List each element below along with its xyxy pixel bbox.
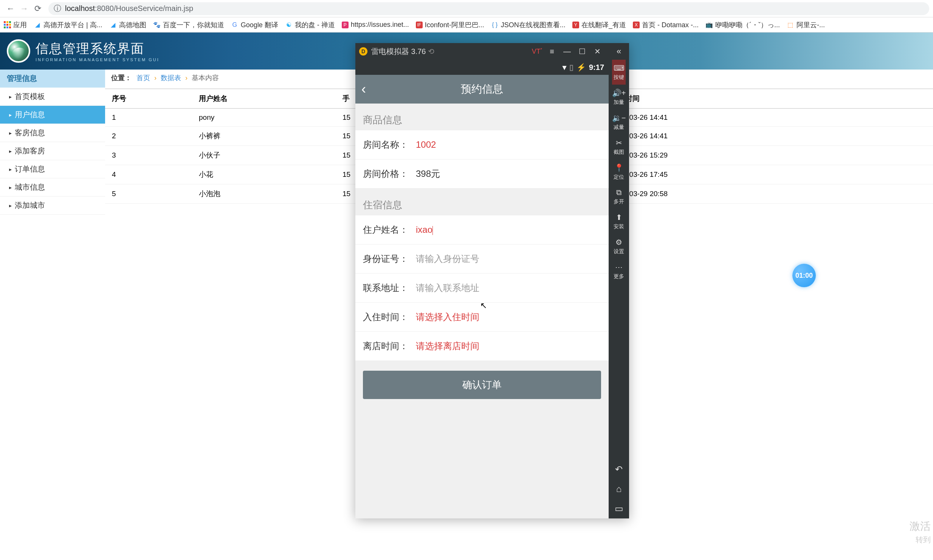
value-room-price: 398元 xyxy=(416,168,601,180)
menu-button[interactable]: ≡ xyxy=(544,47,559,56)
bookmark-item[interactable]: ◢高德开放平台 | 高... xyxy=(34,20,102,29)
app-bar: ‹ 预约信息 xyxy=(355,75,609,104)
cell-time: 2020-03-26 14:41 xyxy=(604,108,933,127)
rail-button-安装[interactable]: ⬆安装 xyxy=(612,209,626,234)
rail-button-定位[interactable]: 📍定位 xyxy=(612,159,626,184)
bookmark-icon: 🐾 xyxy=(153,21,161,29)
android-recent-button[interactable]: ▭ xyxy=(609,499,629,518)
rail-label: 安装 xyxy=(614,223,624,230)
row-address[interactable]: 联系地址： 请输入联系地址 xyxy=(355,274,609,303)
sidebar-item-order-info[interactable]: ▸订单信息 xyxy=(0,160,105,178)
bookmark-apps[interactable]: 应用 xyxy=(4,20,27,29)
bookmark-item[interactable]: Y在线翻译_有道 xyxy=(572,20,626,29)
bookmark-icon: { } xyxy=(491,21,499,29)
sidebar-item-add-room[interactable]: ▸添加客房 xyxy=(0,142,105,160)
emulator-side-rail: « ⌨按键🔊+加量🔉−减量✂截图📍定位⧉多开⬆安装⚙设置⋯更多 ↶ ⌂ ▭ xyxy=(609,43,629,518)
select-checkout[interactable]: 请选择离店时间 xyxy=(416,340,601,352)
back-icon[interactable]: ‹ xyxy=(361,81,377,97)
breadcrumb-link[interactable]: 首页 xyxy=(136,74,150,82)
label-checkin: 入住时间： xyxy=(363,311,416,323)
rail-button-减量[interactable]: 🔉−减量 xyxy=(612,110,626,135)
row-checkout[interactable]: 离店时间： 请选择离店时间 xyxy=(355,332,609,361)
watermark-sub: 转到 xyxy=(916,535,931,545)
rail-button-按键[interactable]: ⌨按键 xyxy=(612,60,626,85)
rail-label: 截图 xyxy=(614,149,624,156)
rail-icon: 📍 xyxy=(614,163,624,172)
input-id[interactable]: 请输入身份证号 xyxy=(416,253,601,265)
chevron-right-icon: ▸ xyxy=(9,112,12,118)
rail-icon: ⌨ xyxy=(614,63,625,73)
breadcrumb-label: 位置： xyxy=(111,74,132,82)
cell-name: 小花 xyxy=(192,165,336,184)
rail-collapse-button[interactable]: « xyxy=(609,43,629,60)
bookmark-item[interactable]: ⬚阿里云-... xyxy=(787,20,825,29)
reload-button[interactable]: ⟳ xyxy=(31,2,45,15)
confirm-order-button[interactable]: 确认订单 xyxy=(363,371,601,399)
bookmark-icon: ◢ xyxy=(109,21,117,29)
cell-time: 2020-03-26 15:29 xyxy=(604,146,933,165)
chevron-right-icon: ▸ xyxy=(9,130,12,136)
sidebar-item-city-info[interactable]: ▸城市信息 xyxy=(0,178,105,196)
bookmark-item[interactable]: { }JSON在线视图查看... xyxy=(491,20,566,29)
select-checkin[interactable]: 请选择入住时间 xyxy=(416,311,601,323)
booking-form: 商品信息 房间名称： 1002 房间价格： 398元 住宿信息 住户姓名： ix… xyxy=(355,104,609,518)
bookmark-item[interactable]: ◢高德地图 xyxy=(109,20,146,29)
minimize-button[interactable]: — xyxy=(559,47,575,56)
info-icon: ⓘ xyxy=(54,3,61,14)
rail-icon: ✂ xyxy=(616,138,622,147)
rail-label: 更多 xyxy=(614,273,624,280)
bookmark-item[interactable]: 🐾百度一下，你就知道 xyxy=(153,20,224,29)
forward-button[interactable]: → xyxy=(17,2,31,15)
rail-button-加量[interactable]: 🔊+加量 xyxy=(612,85,626,110)
rail-button-设置[interactable]: ⚙设置 xyxy=(612,234,626,259)
rail-icon: ⋯ xyxy=(615,263,623,272)
bookmark-icon: X xyxy=(633,22,640,28)
android-home-button[interactable]: ⌂ xyxy=(609,479,629,499)
rail-label: 加量 xyxy=(614,99,624,106)
bookmark-icon: ⬚ xyxy=(787,21,794,29)
bookmark-icon: IF xyxy=(416,22,423,28)
wifi-icon: ▾ xyxy=(563,63,566,72)
sidebar-item-room-info[interactable]: ▸客房信息 xyxy=(0,124,105,142)
sidebar-item-user-info[interactable]: ▸用户信息 xyxy=(0,106,105,124)
android-back-button[interactable]: ↶ xyxy=(609,459,629,479)
row-room-name: 房间名称： 1002 xyxy=(355,130,609,159)
breadcrumb-link[interactable]: 数据表 xyxy=(161,74,181,82)
cell-time: 2020-03-26 17:45 xyxy=(604,165,933,184)
sidebar-item-home-template[interactable]: ▸首页模板 xyxy=(0,88,105,106)
sidebar-item-add-city[interactable]: ▸添加城市 xyxy=(0,196,105,215)
cell-idx: 3 xyxy=(105,146,192,165)
row-id-number[interactable]: 身份证号： 请输入身份证号 xyxy=(355,244,609,274)
cell-idx: 1 xyxy=(105,108,192,127)
bookmark-item[interactable]: IFIconfont-阿里巴巴... xyxy=(416,20,484,29)
watermark: 激活 xyxy=(910,519,931,534)
bookmark-item[interactable]: Phttps://issues.inet... xyxy=(342,21,409,29)
close-button[interactable]: ✕ xyxy=(590,47,605,56)
bookmark-item[interactable]: 📺咿嘞咿嘞（´・ˇ）っ... xyxy=(705,20,780,29)
bookmark-item[interactable]: X首页 - Dotamax -... xyxy=(633,20,699,29)
logo-icon xyxy=(7,39,30,63)
th-name: 用户姓名 xyxy=(192,89,336,108)
bookmark-item[interactable]: GGoogle 翻译 xyxy=(231,20,278,29)
chevron-right-icon: › xyxy=(154,74,157,82)
bookmark-item[interactable]: ☯我的盘 - 禅道 xyxy=(285,20,335,29)
input-address[interactable]: 请输入联系地址 xyxy=(416,282,601,294)
url-text: localhost:8080/HouseService/main.jsp xyxy=(65,4,193,13)
back-button[interactable]: ← xyxy=(4,2,17,15)
row-guest-name[interactable]: 住户姓名： ixao xyxy=(355,215,609,244)
bookmark-icon: ☯ xyxy=(285,21,293,29)
apps-icon xyxy=(4,21,11,28)
bookmark-icon: ◢ xyxy=(34,21,41,29)
address-bar[interactable]: ⓘ localhost:8080/HouseService/main.jsp xyxy=(48,2,929,15)
rail-label: 定位 xyxy=(614,174,624,181)
input-guest-name[interactable]: ixao xyxy=(416,224,601,235)
chevron-right-icon: ▸ xyxy=(9,148,12,154)
timer-bubble[interactable]: 01:00 xyxy=(792,264,816,287)
rail-button-多开[interactable]: ⧉多开 xyxy=(612,184,626,209)
row-checkin[interactable]: 入住时间： 请选择入住时间 xyxy=(355,303,609,332)
sidebar: 管理信息 ▸首页模板 ▸用户信息 ▸客房信息 ▸添加客房 ▸订单信息 ▸城市信息… xyxy=(0,70,105,560)
rail-label: 减量 xyxy=(614,124,624,131)
rail-button-更多[interactable]: ⋯更多 xyxy=(612,259,626,284)
rail-button-截图[interactable]: ✂截图 xyxy=(612,135,626,159)
maximize-button[interactable]: ☐ xyxy=(575,47,590,56)
